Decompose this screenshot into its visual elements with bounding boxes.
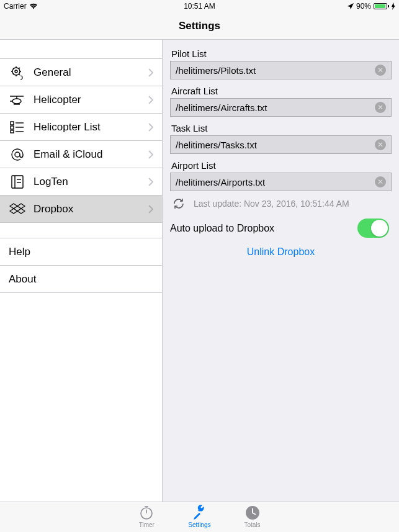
tab-settings[interactable]: Settings [188,505,210,532]
field-label-airport: Airport List [170,160,392,171]
tab-bar: Timer Settings Totals [0,502,399,532]
content: General Helicopter Helicopter List [0,40,399,502]
svg-point-1 [15,70,17,73]
chevron-right-icon [148,205,153,214]
auto-upload-label: Auto upload to Dropbox [170,223,274,234]
sidebar-item-label: About [9,273,153,286]
status-time: 10:51 AM [184,2,215,11]
clear-icon[interactable]: ✕ [375,139,386,150]
detail-panel: Pilot List ✕ Aircraft List ✕ Task List ✕… [163,40,399,502]
dropbox-icon [9,202,26,216]
chevron-right-icon [148,178,153,186]
svg-rect-14 [12,176,23,188]
sidebar-item-logten[interactable]: LogTen [0,168,162,196]
sidebar-item-label: Dropbox [34,203,141,215]
clock-icon [244,505,261,521]
svg-rect-7 [11,122,14,125]
pilot-list-input[interactable] [176,65,375,76]
aircraft-list-input[interactable] [176,102,375,113]
unlink-dropbox-button[interactable]: Unlink Dropbox [170,246,392,258]
svg-rect-8 [11,126,14,129]
field-label-pilot: Pilot List [170,48,392,59]
sidebar-item-label: Help [9,246,153,258]
sidebar-item-general[interactable]: General [0,59,162,86]
clear-icon[interactable]: ✕ [375,102,386,113]
auto-upload-switch[interactable] [357,219,389,238]
tab-totals[interactable]: Totals [244,505,261,532]
field-input-airport[interactable]: ✕ [170,173,392,191]
tab-label: Timer [139,521,155,528]
sidebar-item-label: Helicopter List [34,121,141,133]
at-icon [9,147,26,162]
field-input-pilot[interactable]: ✕ [170,61,392,79]
sidebar-item-email-icloud[interactable]: Email & iCloud [0,141,162,168]
tab-label: Totals [244,521,261,528]
refresh-icon[interactable] [173,197,185,210]
sidebar-item-help[interactable]: Help [0,238,162,266]
nav-bar: Settings [0,12,399,40]
tools-icon [191,505,207,521]
list-icon [9,121,26,133]
tab-timer[interactable]: Timer [138,505,155,532]
field-input-task[interactable]: ✕ [170,135,392,154]
last-update-label: Last update: Nov 23, 2016, 10:51:44 AM [194,199,349,209]
nav-title: Settings [179,20,220,32]
location-icon [347,3,354,9]
chevron-right-icon [148,123,153,132]
svg-rect-9 [11,130,14,133]
task-list-input[interactable] [176,140,375,150]
sidebar-item-helicopter[interactable]: Helicopter [0,86,162,114]
carrier-label: Carrier [4,2,27,11]
sidebar-item-label: Helicopter [34,94,141,106]
field-label-task: Task List [170,123,392,133]
sidebar-item-label: LogTen [34,176,141,188]
chevron-right-icon [148,96,153,104]
sidebar-item-dropbox[interactable]: Dropbox [0,196,162,223]
sidebar-item-helicopter-list[interactable]: Helicopter List [0,114,162,141]
tab-label: Settings [188,521,210,528]
sidebar: General Helicopter Helicopter List [0,40,163,502]
chevron-right-icon [148,68,153,77]
clear-icon[interactable]: ✕ [375,176,386,187]
sidebar-item-about[interactable]: About [0,266,162,293]
gear-icon [9,65,26,81]
clear-icon[interactable]: ✕ [375,65,386,76]
svg-point-4 [12,99,21,104]
sidebar-item-label: General [34,66,141,79]
battery-pct: 90% [356,2,371,11]
field-input-aircraft[interactable]: ✕ [170,98,392,117]
helicopter-icon [9,94,26,106]
field-label-aircraft: Aircraft List [170,86,392,96]
status-bar: Carrier 10:51 AM 90% [0,0,399,12]
charging-icon [392,2,395,10]
battery-icon [374,3,389,9]
chevron-right-icon [148,150,153,159]
wifi-icon [29,3,38,9]
airport-list-input[interactable] [176,177,375,187]
logten-icon [9,174,26,189]
sidebar-item-label: Email & iCloud [34,148,141,161]
svg-point-13 [15,152,20,157]
timer-icon [138,505,155,521]
